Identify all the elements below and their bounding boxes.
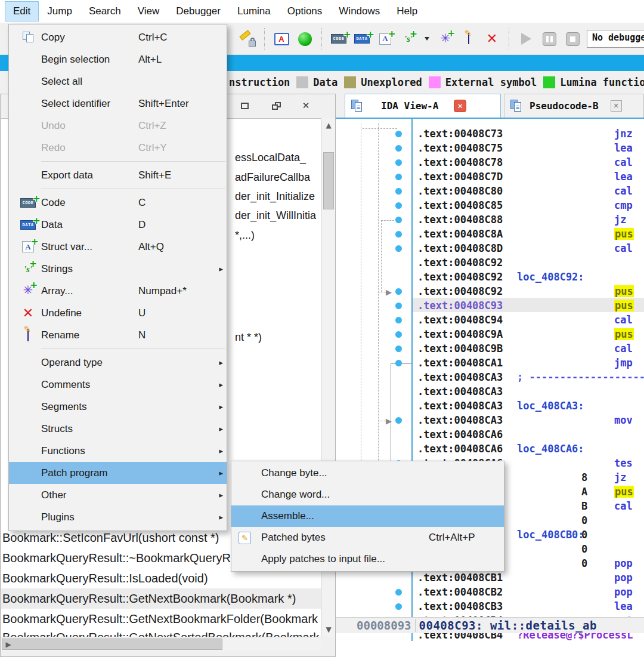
lumina-button[interactable] [296, 29, 314, 49]
tab-close-icon[interactable]: ✕ [611, 100, 622, 112]
menubar-item-windows[interactable]: Windows [330, 1, 388, 21]
listing-row[interactable]: .text:00408C92loc_408C92: [413, 271, 644, 285]
listing-row[interactable]: .text:00408C9Bcal [413, 343, 644, 357]
make-code-button[interactable]: CODE+ [330, 29, 348, 49]
listing-row[interactable]: .text:00408CA3loc_408CA3: [413, 400, 644, 414]
menu-item-select-identifier[interactable]: Select identifierShift+Enter [9, 92, 227, 115]
menu-item-apply-patches[interactable]: Apply patches to input file... [231, 548, 504, 570]
list-item[interactable]: adFailureCallba [235, 171, 321, 186]
listing-row[interactable]: .text:00408C80cal [413, 185, 644, 199]
listing-row[interactable]: .text:00408C94cal [413, 314, 644, 328]
menu-item-assemble[interactable]: Assemble... [231, 505, 504, 527]
list-item[interactable]: BookmarkQueryResult::GetNextSortedBookma… [1, 628, 321, 637]
list-item-selected[interactable]: BookmarkQueryResult::GetNextBookmark(Boo… [1, 588, 321, 609]
scrollbar-thumb[interactable] [2, 639, 222, 650]
struct-var-button[interactable]: A+ [376, 29, 394, 49]
debugger-pause-button[interactable] [540, 29, 558, 49]
menu-item-other[interactable]: Other▸ [9, 484, 227, 506]
menubar-item-help[interactable]: Help [388, 1, 426, 21]
listing-row[interactable]: .text:00408C9Apus [413, 328, 644, 343]
scroll-down-icon[interactable]: ▼ [321, 622, 336, 637]
panel-float-button[interactable] [270, 99, 283, 112]
menu-item-operand-type[interactable]: Operand type▸ [9, 351, 227, 374]
listing-row[interactable]: .text:00408C7Dlea [413, 171, 644, 185]
list-item[interactable]: *,...) [235, 229, 321, 243]
menu-item-plugins[interactable]: Plugins▸ [9, 506, 227, 528]
address-dot [395, 245, 402, 252]
listing-row[interactable]: .text:00408CA3mov [413, 414, 644, 428]
menubar-item-search[interactable]: Search [80, 1, 129, 21]
menubar-item-jump[interactable]: Jump [39, 1, 80, 21]
listing-row[interactable]: .text:00408C8Dcal [413, 242, 644, 257]
debugger-play-button[interactable] [517, 29, 535, 49]
listing-row[interactable]: .text:00408C75lea [413, 142, 644, 156]
menu-item-change-byte[interactable]: Change byte... [231, 462, 504, 484]
menubar-item-debugger[interactable]: Debugger [168, 1, 229, 21]
scroll-right-icon[interactable]: ▶ [1, 637, 16, 652]
rename-button[interactable]: ✎ [460, 29, 478, 49]
undefine-button[interactable]: ✕ [483, 29, 501, 49]
tab-close-icon[interactable]: ✕ [454, 100, 466, 112]
make-string-button[interactable]: 's'+ [400, 29, 417, 49]
make-data-button[interactable]: DATA+ [353, 29, 371, 49]
menu-item-export-data[interactable]: Export dataShift+E [9, 164, 227, 186]
menubar-item-options[interactable]: Options [279, 1, 331, 21]
listing-row[interactable]: .text:00408C8Apus [413, 228, 644, 242]
string-dropdown-button[interactable] [423, 29, 431, 49]
problems-button[interactable]: A [273, 29, 290, 49]
list-item[interactable]: der_init_WillInitia [235, 209, 321, 224]
listing-row-selected[interactable]: .text:00408C93pus [413, 300, 644, 314]
menu-item-segments[interactable]: Segments▸ [9, 396, 227, 418]
listing-row[interactable]: .text:00408CB2pop [413, 586, 644, 600]
make-array-button[interactable]: ✳+ [436, 29, 454, 49]
list-item[interactable]: der_init_Initialize [235, 190, 321, 205]
listing-row[interactable]: .text:00408C78cal [413, 156, 644, 171]
listing-row[interactable]: .text:00408C85cmp [413, 199, 644, 214]
panel-maximize-button[interactable] [238, 99, 251, 112]
tab-pseudocode-b[interactable]: ≡ Pseudocode-B ✕ [504, 94, 644, 118]
menubar-item-lumina[interactable]: Lumina [229, 1, 279, 21]
listing-row[interactable]: .text:00408C92pus [413, 285, 644, 300]
menu-item-redo[interactable]: RedoCtrl+Y [9, 137, 227, 159]
menubar-item-edit[interactable]: Edit [5, 1, 39, 21]
panel-close-button[interactable]: ✕ [299, 99, 312, 112]
menu-item-code[interactable]: CODE+CodeC [9, 192, 227, 214]
menu-item-structs[interactable]: Structs▸ [9, 418, 227, 440]
menu-item-begin-selection[interactable]: Begin selectionAlt+L [9, 48, 227, 70]
menu-item-select-all[interactable]: Select all [9, 70, 227, 92]
menu-item-undo[interactable]: UndoCtrl+Z [9, 115, 227, 137]
listing-row[interactable]: .text:00408CB1pop [413, 572, 644, 586]
list-item[interactable]: nt * *) [235, 331, 321, 346]
menu-item-comments[interactable]: Comments▸ [9, 374, 227, 396]
menu-item-strings[interactable]: 's'+Strings▸ [9, 258, 227, 280]
listing-row[interactable]: .text:00408CA6loc_408CA6: [413, 443, 644, 457]
menu-item-undefine[interactable]: ✕UndefineU [9, 302, 227, 324]
listing-row[interactable]: .text:00408CA3 [413, 385, 644, 400]
debugger-stop-button[interactable] [564, 29, 581, 49]
menu-item-patched-bytes[interactable]: ✎Patched bytesCtrl+Alt+P [231, 527, 504, 548]
tab-ida-view-a[interactable]: ≡ IDA View-A ✕ [345, 94, 501, 118]
menu-item-rename[interactable]: ✎RenameN [9, 324, 227, 346]
listing-row[interactable]: .text:00408CA1jmp [413, 357, 644, 371]
menu-item-data[interactable]: DATA+DataD [9, 214, 227, 236]
scrollbar-thumb[interactable] [323, 152, 334, 209]
list-item[interactable]: essLocalData_ [235, 152, 321, 166]
menu-item-patch-program[interactable]: Patch program▸ [9, 462, 227, 484]
menu-item-array[interactable]: ✳+Array...Numpad+* [9, 280, 227, 302]
listing-row[interactable]: .text:00408C73jnz [413, 128, 644, 142]
highlight-lock-button[interactable] [239, 29, 256, 49]
listing-row[interactable]: .text:00408CA3; ------------------------… [413, 371, 644, 385]
menu-item-functions[interactable]: Functions▸ [9, 440, 227, 462]
horizontal-scrollbar[interactable]: ▶ [1, 637, 321, 651]
debugger-select[interactable]: No debugger [587, 30, 644, 48]
listing-row[interactable]: .text:00408C92 [413, 257, 644, 271]
menu-item-copy[interactable]: CopyCtrl+C [9, 26, 227, 48]
menubar-item-view[interactable]: View [129, 1, 168, 21]
listing-row[interactable]: .text:00408CB3lea [413, 600, 644, 615]
listing-row[interactable]: .text:00408CA6 [413, 428, 644, 443]
menu-item-struct-var[interactable]: A+Struct var...Alt+Q [9, 236, 227, 258]
list-item[interactable]: BookmarkQueryResult::GetNextBookmarkFold… [1, 609, 321, 629]
listing-row[interactable]: .text:00408C88jz [413, 214, 644, 228]
scroll-up-icon[interactable]: ▲ [321, 118, 336, 132]
menu-item-change-word[interactable]: Change word... [231, 484, 504, 505]
